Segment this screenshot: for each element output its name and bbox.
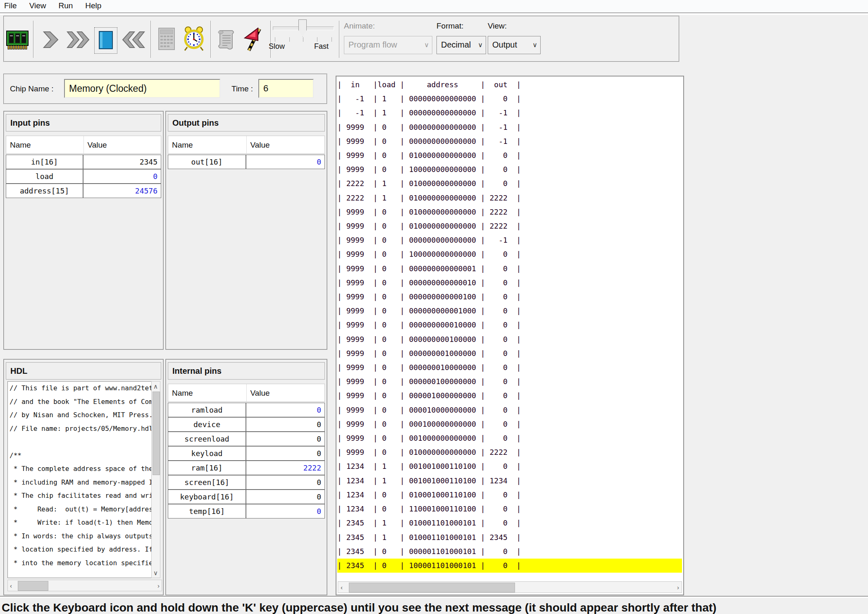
output-pins-table: NameValueout[16]0: [166, 136, 327, 169]
scrollbar-thumb[interactable]: [18, 581, 48, 591]
pin-name: keyload: [168, 447, 246, 460]
rewind-icon[interactable]: [122, 30, 145, 51]
output-horizontal-scrollbar[interactable]: ‹ ›: [338, 581, 682, 593]
pin-row-ram16: ram[16]2222: [168, 461, 324, 475]
column-header-value[interactable]: Value: [247, 384, 325, 401]
hdl-line: * location specified by address. If: [10, 543, 155, 557]
slider-tick: [275, 37, 275, 42]
output-row: | 9999 | 0 | 000000000000001 | 0 |: [337, 262, 682, 276]
output-row: | -1 | 1 | 000000000000000 | 0 |: [337, 92, 682, 106]
slider-slow-label: Slow: [269, 42, 285, 51]
hdl-line: // and the book "The Elements of Comp: [10, 395, 155, 409]
output-row: | 9999 | 0 | 000010000000000 | 0 |: [337, 403, 682, 417]
hdl-line: // File name: projects/05/Memory.hdl: [10, 422, 155, 436]
output-row: | 9999 | 0 | 000100000000000 | 0 |: [337, 417, 682, 431]
output-row: | 9999 | 0 | 100000000000000 | 0 |: [337, 162, 682, 177]
output-row: | 2222 | 1 | 010000000000000 | 0 |: [337, 177, 682, 191]
animate-label: Animate:: [344, 22, 375, 31]
toolbar-separator: [210, 21, 211, 58]
pin-row-device: device0: [168, 418, 324, 432]
pin-value[interactable]: 2345: [83, 155, 161, 169]
column-header-value[interactable]: Value: [247, 136, 325, 153]
pin-name: temp[16]: [168, 504, 246, 518]
hdl-line: * The complete address space of the: [10, 462, 155, 476]
output-row: | 1234 | 0 | 010001000110100 | 0 |: [337, 488, 682, 502]
column-header-value[interactable]: Value: [84, 136, 161, 153]
scroll-right-icon[interactable]: ›: [157, 583, 160, 589]
output-row: | 9999 | 0 | 000000000000000 | -1 |: [337, 134, 682, 148]
hdl-panel: HDL // This file is part of www.nand2tet…: [3, 359, 164, 595]
toolbar-separator: [339, 21, 340, 58]
hdl-horizontal-scrollbar[interactable]: ‹ ›: [7, 580, 162, 591]
output-row: | 9999 | 0 | 000000000000010 | 0 |: [337, 276, 682, 290]
slider-fast-label: Fast: [314, 42, 329, 51]
pin-value[interactable]: 2222: [246, 461, 324, 475]
output-row: | 9999 | 0 | 000000000000000 | -1 |: [337, 120, 682, 134]
output-row: | 9999 | 0 | 000000000000100 | 0 |: [337, 290, 682, 304]
breakpoint-flag-icon[interactable]: [243, 27, 263, 54]
hdl-line: // by Nisan and Schocken, MIT Press.: [10, 409, 155, 422]
menu-help[interactable]: Help: [85, 0, 101, 10]
column-header-name[interactable]: Name: [168, 136, 247, 153]
pin-row-ramload: ramload0: [168, 403, 324, 418]
single-step-icon[interactable]: [42, 30, 60, 51]
pin-value[interactable]: 0: [246, 490, 324, 504]
pin-value[interactable]: 0: [246, 475, 324, 489]
chip-name-bar: Chip Name : Memory (Clocked) Time : 6: [3, 74, 327, 104]
menu-view[interactable]: View: [29, 0, 46, 10]
toolbar-separator: [33, 21, 34, 58]
column-header-name[interactable]: Name: [6, 136, 84, 153]
output-header-row: | in |load | address | out |: [337, 78, 682, 92]
scroll-down-icon[interactable]: ∨: [153, 570, 158, 576]
scrollbar-thumb[interactable]: [349, 583, 515, 592]
output-row: | 9999 | 0 | 010000000000000 | 0 |: [337, 148, 682, 162]
pin-value[interactable]: 0: [246, 504, 324, 518]
output-row: | 2345 | 1 | 010001101000101 | 2345 |: [337, 530, 682, 545]
chip-name-label: Chip Name :: [10, 84, 54, 93]
time-field: 6: [258, 79, 314, 98]
pin-name: load: [6, 170, 83, 183]
hdl-vertical-scrollbar[interactable]: ∧ ∨: [151, 381, 160, 578]
pin-value[interactable]: 0: [83, 170, 161, 183]
scroll-left-icon[interactable]: ‹: [341, 584, 343, 590]
hdl-line: [10, 435, 155, 449]
pin-value[interactable]: 0: [246, 447, 324, 460]
pin-value[interactable]: 0: [246, 155, 324, 169]
pin-row-keyboard16: keyboard[16]0: [168, 490, 324, 504]
output-row: | 9999 | 0 | 000000000000000 | -1 |: [337, 233, 682, 247]
output-row: | 9999 | 0 | 001000000000000 | 0 |: [337, 431, 682, 445]
chip-name-field: Memory (Clocked): [64, 79, 220, 98]
animate-dropdown: Program flow ∨: [344, 36, 432, 54]
output-row: | 9999 | 0 | 010000000000000 | 2222 |: [337, 445, 682, 459]
speed-slider-thumb[interactable]: [298, 19, 307, 37]
pin-name: device: [168, 418, 246, 431]
pin-value[interactable]: 0: [246, 403, 324, 417]
scroll-left-icon[interactable]: ‹: [10, 583, 12, 589]
output-pins-panel: Output pins NameValueout[16]0: [165, 111, 327, 350]
output-row: | 1234 | 1 | 001001000110100 | 0 |: [337, 459, 682, 473]
internal-pins-panel: Internal pins NameValueramload0device0sc…: [165, 359, 327, 595]
run-icon[interactable]: [67, 30, 90, 51]
memory-chip-icon[interactable]: [6, 29, 29, 52]
scroll-right-icon[interactable]: ›: [677, 584, 679, 590]
format-value: Decimal: [441, 40, 471, 49]
scroll-up-icon[interactable]: ∧: [153, 383, 158, 389]
menu-file[interactable]: File: [4, 0, 17, 10]
pin-value[interactable]: 0: [246, 432, 324, 446]
column-header-name[interactable]: Name: [168, 384, 247, 401]
clock-icon[interactable]: [184, 26, 204, 53]
scrollbar-thumb[interactable]: [153, 392, 160, 475]
pin-value[interactable]: 24576: [83, 184, 161, 198]
chip-name-value: Memory (Clocked): [69, 83, 147, 94]
calculator-icon: [157, 27, 176, 53]
slider-tick: [317, 37, 317, 42]
stop-icon[interactable]: [98, 31, 113, 51]
pin-row-screenload: screenload0: [168, 432, 324, 447]
output-row: | 9999 | 0 | 000000001000000 | 0 |: [337, 346, 682, 361]
menu-run[interactable]: Run: [58, 0, 73, 10]
hdl-line: * Read: out(t) = Memory[address: [10, 503, 155, 516]
pin-name: in[16]: [6, 155, 83, 169]
pin-value[interactable]: 0: [246, 418, 324, 431]
format-dropdown[interactable]: Decimal ∨: [436, 36, 486, 54]
view-dropdown[interactable]: Output ∨: [488, 36, 541, 54]
